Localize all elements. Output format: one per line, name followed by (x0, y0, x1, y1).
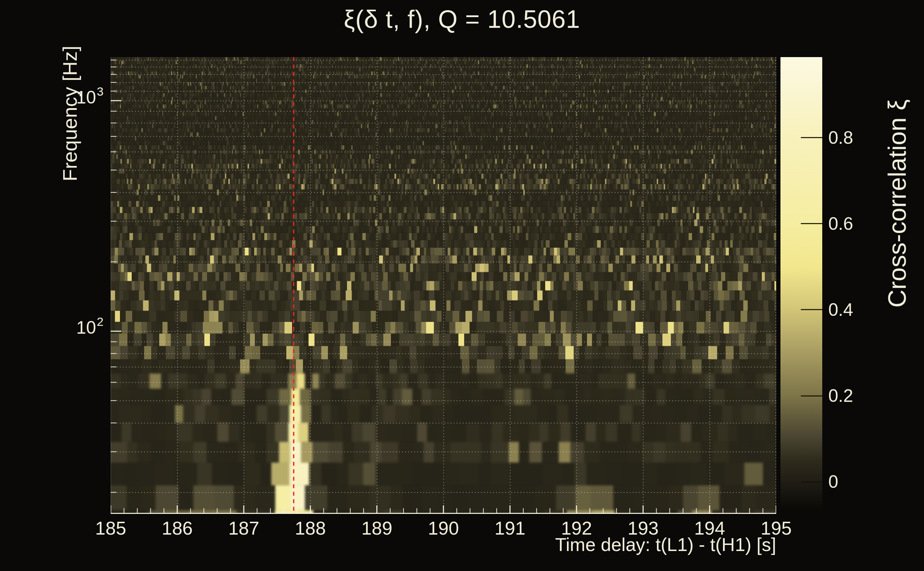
correlation-heatmap-canvas (111, 57, 776, 514)
y-tick-label-1000: 103 (43, 87, 104, 108)
cross-correlation-figure: ξ(δ t, f), Q = 10.5061 Frequency [Hz] 10… (0, 0, 924, 571)
colorbar-tick (801, 309, 822, 310)
y-tick-exponent: 2 (97, 315, 104, 328)
colorbar-tick (801, 395, 822, 397)
x-axis-title: Time delay: t(L1) - t(H1) [s] (419, 534, 776, 555)
y-tick-exponent: 3 (97, 85, 104, 98)
y-tick-label-100: 102 (43, 317, 104, 338)
colorbar-tick (801, 223, 822, 224)
colorbar (780, 57, 822, 510)
colorbar-tick (801, 481, 822, 483)
colorbar-tick (801, 137, 822, 138)
colorbar-tick-label: 0 (828, 471, 893, 492)
colorbar-title: Cross-correlation ξ (883, 99, 912, 308)
y-tick-base: 10 (76, 318, 96, 338)
y-axis-title: Frequency [Hz] (58, 46, 81, 181)
chart-title: ξ(δ t, f), Q = 10.5061 (0, 5, 924, 34)
colorbar-tick-label: 0.2 (828, 385, 893, 406)
y-tick-base: 10 (76, 88, 96, 107)
